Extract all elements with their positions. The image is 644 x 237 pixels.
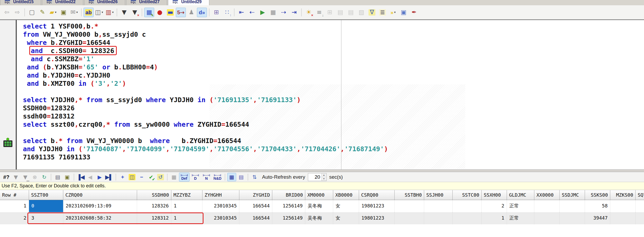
- grid-column-header-czrq00[interactable]: CZRQ00: [63, 190, 137, 200]
- grid-cell[interactable]: 1: [171, 212, 202, 224]
- grid-cell[interactable]: 1: [482, 212, 507, 224]
- grid-column-header-gldjmc[interactable]: GLDJMC: [507, 190, 534, 200]
- grid-cell[interactable]: [610, 200, 636, 212]
- grid-cell[interactable]: 2: [482, 200, 507, 212]
- grid-cell[interactable]: 128326: [137, 200, 171, 212]
- cancel-query-icon[interactable]: ⊗: [30, 173, 39, 181]
- refresh-icon[interactable]: ↻: [40, 173, 49, 181]
- filter-icon[interactable]: ▼: [119, 8, 129, 17]
- grid-view-icon[interactable]: ▦: [227, 173, 236, 181]
- spin-down-icon[interactable]: ▼: [322, 177, 326, 181]
- grid-column-header-brid00[interactable]: BRID00: [272, 190, 305, 200]
- edit-doc-icon[interactable]: ▧: [356, 8, 366, 17]
- split-window-icon[interactable]: ◫▾: [94, 8, 104, 17]
- row-count-icon[interactable]: #?: [2, 173, 11, 181]
- auto-refresh-spinner[interactable]: ▲ ▼: [308, 173, 327, 181]
- date-format-button[interactable]: ⊢─⊣D: [190, 173, 201, 182]
- auto-trace-icon[interactable]: ∷↑: [222, 8, 232, 17]
- grid-cell[interactable]: 58: [585, 200, 610, 212]
- grid-cell[interactable]: [424, 200, 453, 212]
- grid-column-header-ssks00[interactable]: SSKS00: [585, 190, 610, 200]
- duplicate-row-icon[interactable]: ◫: [128, 173, 137, 181]
- grid-cell[interactable]: 2023102608:58:32: [63, 212, 137, 224]
- auto-refresh-icon[interactable]: ⇅: [250, 173, 259, 181]
- grid-cell[interactable]: 3: [29, 212, 63, 224]
- first-row-icon[interactable]: ▐◀: [76, 173, 85, 181]
- trace-run-icon[interactable]: ▶: [258, 8, 268, 17]
- grid-cell[interactable]: [453, 212, 482, 224]
- grid-column-header-ssjh00[interactable]: SSJH00: [424, 190, 453, 200]
- describe-select-icon[interactable]: ▥▾: [105, 8, 115, 17]
- grid-column-header-xb0000[interactable]: XB0000: [333, 190, 359, 200]
- grid-column-header-csrq00[interactable]: CSRQ00: [359, 190, 395, 200]
- auto-refresh-value-input[interactable]: [308, 173, 321, 181]
- grid-cell[interactable]: 23010345: [202, 212, 239, 224]
- grid-cell[interactable]: 19801223: [359, 212, 395, 224]
- editor-tab-untitled22[interactable]: SQLUntitled22: [42, 0, 83, 6]
- halt-execution-icon[interactable]: ●: [155, 8, 165, 17]
- grid-column-header-ssdjmc[interactable]: SSDJMC: [560, 190, 585, 200]
- debug-bee-icon[interactable]: ☀×: [304, 8, 314, 17]
- grid-cell[interactable]: [534, 200, 560, 212]
- spin-up-icon[interactable]: ▲: [322, 173, 326, 177]
- grid-cell[interactable]: 2023102609:13:09: [63, 200, 137, 212]
- copy-to-editor-icon[interactable]: ⊞: [211, 8, 221, 17]
- editor-tab-untitled29[interactable]: SQLUntitled29: [168, 0, 209, 6]
- next-row-icon[interactable]: ▶: [95, 173, 104, 181]
- send-email-icon[interactable]: ✉▾: [69, 8, 79, 17]
- print-doc-icon[interactable]: ▤: [346, 8, 356, 17]
- grid-cell[interactable]: [453, 200, 482, 212]
- trace-last-icon[interactable]: ⇥: [289, 8, 299, 17]
- sort-lines-icon[interactable]: ≡↓: [314, 8, 324, 17]
- insert-row-icon[interactable]: +: [118, 173, 127, 181]
- grid-column-header-zyhghh[interactable]: ZYHGHH: [202, 190, 239, 200]
- nav-forward-icon[interactable]: ⇨: [12, 8, 22, 17]
- editor-tab-untitled26[interactable]: SQLUntitled26: [84, 0, 125, 6]
- grid-cell[interactable]: 128312: [137, 212, 171, 224]
- grid-cell[interactable]: [636, 212, 644, 224]
- nd-format-button[interactable]: ⊢─⊣N&D: [212, 173, 223, 182]
- grid-cell[interactable]: 正常: [507, 200, 534, 212]
- grid-cell[interactable]: 23010345: [202, 200, 239, 212]
- last-row-icon[interactable]: ▶▌: [105, 173, 114, 181]
- grid-cell[interactable]: 吴冬梅: [305, 200, 333, 212]
- grid-column-header-row[interactable]: Row #: [0, 190, 29, 200]
- delete-row-icon[interactable]: −: [137, 173, 146, 181]
- grid-column-header-sqy[interactable]: SQY: [636, 190, 644, 200]
- grid-column-header-ssxh00[interactable]: SSXH00: [482, 190, 507, 200]
- new-file-icon[interactable]: ▢: [27, 8, 37, 17]
- form-view-icon[interactable]: ▤: [237, 173, 246, 181]
- def-format-button[interactable]: ⊢─⊣Def: [179, 173, 190, 182]
- trace-prev-icon[interactable]: ⇠: [247, 8, 257, 17]
- grid-column-header-zyghid[interactable]: ZYGHID: [239, 190, 272, 200]
- grid-cell[interactable]: 166544: [239, 212, 272, 224]
- open-file-icon[interactable]: ▰▾: [48, 8, 58, 17]
- describe-user-icon[interactable]: ♟: [186, 8, 196, 17]
- grid-cell[interactable]: 19801223: [359, 200, 395, 212]
- grid-column-header-sstbh0[interactable]: SSTBH0: [395, 190, 424, 200]
- trace-next-icon[interactable]: ⇢: [279, 8, 289, 17]
- grid-cell[interactable]: [424, 212, 453, 224]
- format-code-icon[interactable]: ≣: [377, 8, 388, 17]
- number-format-button[interactable]: ⊢─⊣N: [201, 173, 212, 182]
- grid-cell[interactable]: [395, 200, 424, 212]
- quill-icon[interactable]: ✒: [409, 8, 419, 17]
- grid-cell[interactable]: 1256149: [272, 212, 305, 224]
- grid-cell[interactable]: 正常: [507, 212, 534, 224]
- fast-forward-icon[interactable]: »▾: [388, 8, 398, 17]
- explain-plan-icon[interactable]: 5⇢: [176, 8, 186, 17]
- grid-cell[interactable]: 女: [333, 200, 359, 212]
- export-dataset-icon[interactable]: ▦: [170, 173, 178, 181]
- revert-edits-icon[interactable]: ↺: [156, 173, 165, 181]
- grid-cell[interactable]: [610, 212, 636, 224]
- grid-cell[interactable]: [534, 212, 560, 224]
- save-grid-icon[interactable]: ▣: [63, 173, 72, 181]
- grid-cell[interactable]: 1: [171, 200, 202, 212]
- print-grid-icon[interactable]: ▤: [53, 173, 62, 181]
- horizontal-splitter[interactable]: [0, 169, 644, 172]
- spool-output-icon[interactable]: d»: [197, 8, 207, 17]
- trace-stop-icon[interactable]: ■: [268, 8, 278, 17]
- grid-cell[interactable]: 39447: [585, 212, 610, 224]
- save-icon[interactable]: ▣: [59, 8, 69, 17]
- execute-script-icon[interactable]: ▬: [165, 8, 175, 17]
